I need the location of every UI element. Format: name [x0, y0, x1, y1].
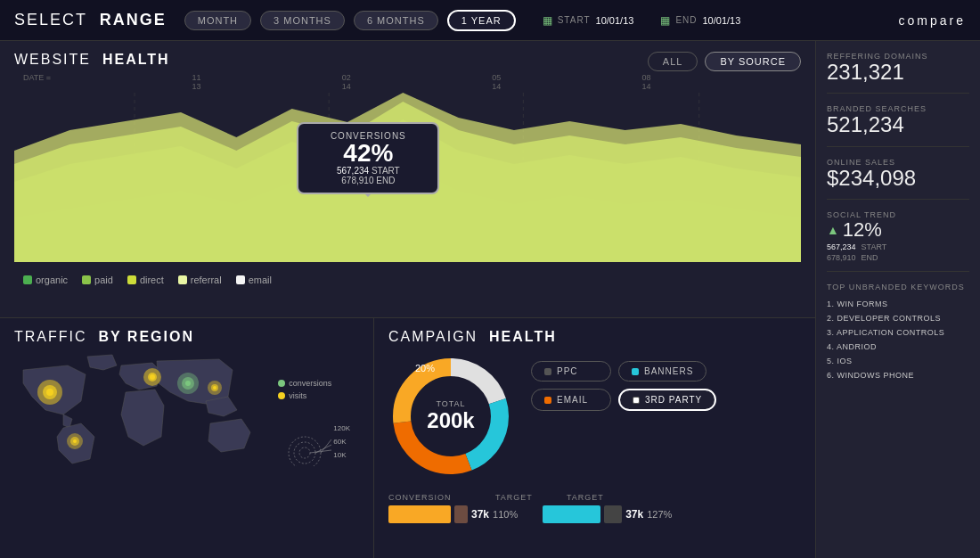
- svg-point-11: [46, 389, 53, 396]
- campaign-title-light: CAMPAIGN: [388, 329, 478, 344]
- calendar-icon: ▦: [543, 14, 552, 27]
- range-month-button[interactable]: MONTH: [184, 11, 251, 30]
- bar2-val: 37k: [625, 508, 643, 521]
- range-1year-button[interactable]: 1 YEAR: [447, 10, 516, 31]
- legend-referral: referral: [178, 275, 222, 285]
- filter-all-button[interactable]: ALL: [648, 52, 698, 71]
- title-light: SELECT: [14, 11, 87, 29]
- keywords-section: TOP UNBRANDED KEYWORDS 1. WIN FORMS 2. D…: [827, 283, 969, 547]
- date-tick-2: 0214: [342, 73, 351, 91]
- campaign-panel: CAMPAIGN HEALTH: [374, 317, 815, 558]
- filter-source-button[interactable]: BY SOURCE: [705, 52, 801, 71]
- scale-10k: 10K: [333, 448, 350, 462]
- keyword-2: 2. DEVELOPER CONTROLS: [827, 311, 969, 325]
- ppc-dot: [544, 368, 551, 375]
- traffic-title-light: TRAFFIC: [14, 329, 87, 344]
- date-axis-label: DATE =: [23, 73, 51, 91]
- bar2-dark: [604, 505, 622, 523]
- legend-direct-dot: [127, 275, 136, 284]
- trend-start-val: 567,234: [827, 242, 856, 251]
- filter-buttons: ALL BY SOURCE: [648, 52, 801, 71]
- traffic-panel: TRAFFIC BY REGION: [0, 317, 374, 558]
- tooltip-end-label: END: [376, 176, 395, 185]
- ppc-label: PPC: [557, 366, 578, 376]
- trend-start-label: START: [862, 242, 887, 251]
- trend-row: ▲ 12%: [827, 219, 969, 241]
- chart-tooltip: CONVERSIONS 42% 567,234 START 678,910 EN…: [297, 122, 439, 194]
- svg-point-14: [150, 374, 155, 380]
- trend-pct-value: 12%: [843, 219, 882, 241]
- svg-point-23: [73, 439, 77, 443]
- trend-sub: 567,234 START: [827, 242, 969, 251]
- 3rd-party-label: 3RD PARTY: [645, 395, 702, 405]
- email-label: EMAIL: [557, 395, 588, 405]
- svg-point-17: [185, 381, 191, 386]
- legend-paid-label: paid: [94, 275, 113, 285]
- banners-dot: [632, 368, 639, 375]
- svg-line-28: [315, 445, 331, 453]
- bar1-brown: [454, 505, 468, 523]
- campaign-title-bold: HEALTH: [489, 329, 557, 344]
- legend-organic-dot: [23, 275, 32, 284]
- keyword-6: 6. WINDOWS PHONE: [827, 368, 969, 382]
- target-header-2: TARGET: [567, 493, 801, 502]
- website-chart: DATE = 1113 0214 0514 0814: [14, 73, 801, 269]
- donut-label: TOTAL 200k: [427, 399, 474, 433]
- target-header: TARGET: [495, 493, 567, 502]
- legend-paid: paid: [82, 275, 113, 285]
- bar2-group: 37k 127%: [543, 505, 672, 523]
- world-map-svg: [14, 352, 264, 468]
- keyword-3: 3. APPLICATION CONTROLS: [827, 325, 969, 340]
- branded-searches-metric: BRANDED SEARCHES 521,234: [827, 104, 969, 146]
- start-date-section: ▦ START 10/01/13: [543, 14, 634, 27]
- campaign-content: TOTAL 200k 20% PPC: [388, 354, 801, 479]
- bottom-panels: TRAFFIC BY REGION: [0, 317, 815, 558]
- campaign-btn-row-2: EMAIL 3RD PARTY: [531, 389, 716, 411]
- tooltip-end-val: 678,910: [341, 176, 373, 185]
- donut-total-label: TOTAL: [427, 399, 474, 408]
- donut-total-value: 200k: [427, 408, 474, 433]
- range-3months-button[interactable]: 3 MONTHS: [260, 11, 345, 30]
- start-date-value: 10/01/13: [596, 15, 634, 26]
- date-tick-1: 1113: [192, 73, 200, 91]
- campaign-title: CAMPAIGN HEALTH: [388, 329, 801, 345]
- 3rd-party-dot: [633, 397, 640, 404]
- tooltip-pct: 42%: [309, 141, 427, 166]
- date-tick-3: 0514: [492, 73, 501, 91]
- chart-legend: organic paid direct referral email: [14, 269, 801, 291]
- keywords-title: TOP UNBRANDED KEYWORDS: [827, 283, 969, 291]
- banners-label: BANNERS: [644, 366, 693, 376]
- end-date-section: ▦ END 10/01/13: [660, 14, 740, 27]
- banners-button[interactable]: BANNERS: [618, 361, 706, 382]
- bar2-pct: 127%: [647, 509, 672, 520]
- compare-button[interactable]: compare: [899, 13, 966, 28]
- email-button[interactable]: EMAIL: [531, 389, 611, 411]
- traffic-title-bold: BY REGION: [98, 329, 194, 344]
- date-axis: DATE = 1113 0214 0514 0814: [14, 73, 801, 91]
- bar1-pct: 110%: [493, 509, 518, 520]
- main-layout: WEBSITE HEALTH ALL BY SOURCE DATE = 1113…: [0, 41, 980, 558]
- end-label: END: [675, 15, 697, 25]
- legend-email: email: [236, 275, 272, 285]
- map-area: conversions visits: [14, 352, 359, 472]
- third-party-button[interactable]: 3RD PARTY: [618, 389, 716, 411]
- legend-referral-label: referral: [191, 275, 222, 285]
- legend-referral-dot: [178, 275, 187, 284]
- trend-end-val: 678,910: [827, 253, 856, 262]
- conversions-label: conversions: [289, 379, 331, 388]
- wh-title-bold: HEALTH: [102, 52, 170, 67]
- campaign-buttons: PPC BANNERS EMAIL: [531, 361, 716, 411]
- keyword-1: 1. WIN FORMS: [827, 297, 969, 311]
- conversion-headers: CONVERSION TARGET TARGET: [388, 493, 801, 502]
- date-tick-4: 0814: [642, 73, 651, 91]
- end-date-value: 10/01/13: [703, 15, 741, 26]
- app-title: SELECT RANGE: [14, 11, 167, 29]
- legend-email-dot: [236, 275, 245, 284]
- ppc-button[interactable]: PPC: [531, 361, 611, 382]
- legend-organic: organic: [23, 275, 68, 285]
- right-sidebar: REFFERING DOMAINS 231,321 BRANDED SEARCH…: [815, 41, 980, 558]
- range-6months-button[interactable]: 6 MONTHS: [354, 11, 438, 30]
- social-trend-metric: SOCIAL TREND ▲ 12% 567,234 START 678,910…: [827, 210, 969, 272]
- donut-chart: TOTAL 200k 20%: [388, 354, 513, 479]
- legend-direct: direct: [127, 275, 164, 285]
